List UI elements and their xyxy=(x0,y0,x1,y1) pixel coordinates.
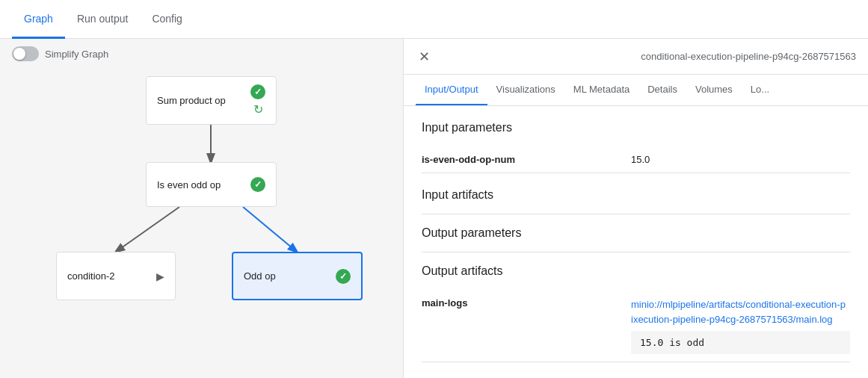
node-odd-op[interactable]: Odd op xyxy=(232,252,363,300)
is-even-odd-op-label: Is even odd op xyxy=(157,179,221,190)
output-artifacts-title: Output artifacts xyxy=(422,264,850,278)
condition-2-label: condition-2 xyxy=(67,270,115,282)
graph-canvas: Sum product op ↻ Is even odd op conditio… xyxy=(0,69,403,377)
tab-input-output[interactable]: Input/Output xyxy=(416,75,487,105)
output-parameters-title: Output parameters xyxy=(422,226,850,240)
artifact-key-main-logs: main-logs xyxy=(422,297,631,309)
tab-graph[interactable]: Graph xyxy=(12,0,65,39)
tab-details[interactable]: Details xyxy=(638,75,686,105)
node-sum-product-op[interactable]: Sum product op ↻ xyxy=(146,76,277,125)
right-tabs: Input/Output Visualizations ML Metadata … xyxy=(404,75,868,106)
right-panel: ✕ conditional-execution-pipeline-p94cg-2… xyxy=(404,39,868,378)
tab-details-label: Details xyxy=(647,84,677,95)
input-artifacts-divider xyxy=(422,214,850,214)
artifact-preview: 15.0 is odd xyxy=(631,331,850,354)
param-row-num: is-even-odd-op-num 15.0 xyxy=(422,146,850,173)
condition-2-icons: ▶ xyxy=(156,270,164,282)
input-parameters-title: Input parameters xyxy=(422,121,850,134)
simplify-toggle-row: Simplify Graph xyxy=(0,39,403,69)
tab-logs[interactable]: Lo... xyxy=(742,75,778,105)
svg-line-1 xyxy=(116,207,179,252)
tab-ml-metadata-label: ML Metadata xyxy=(573,84,630,95)
tab-visualizations[interactable]: Visualizations xyxy=(487,75,564,105)
tab-visualizations-label: Visualizations xyxy=(496,84,555,95)
top-nav: Graph Run output Config xyxy=(0,0,868,39)
tab-volumes[interactable]: Volumes xyxy=(686,75,742,105)
odd-op-icons xyxy=(336,269,351,284)
artifact-link-main-logs[interactable]: minio://mlpipeline/artifacts/conditional… xyxy=(631,297,850,326)
artifact-row-main-logs: main-logs minio://mlpipeline/artifacts/c… xyxy=(422,290,850,362)
tab-logs-label: Lo... xyxy=(751,84,769,95)
tab-config[interactable]: Config xyxy=(140,0,194,39)
sum-product-op-icons: ↻ xyxy=(250,84,265,117)
is-even-odd-op-icons xyxy=(250,177,265,192)
output-parameters-divider xyxy=(422,252,850,252)
simplify-graph-label: Simplify Graph xyxy=(45,49,108,60)
tab-input-output-label: Input/Output xyxy=(425,84,478,95)
odd-op-check-icon xyxy=(336,269,351,284)
close-button[interactable]: ✕ xyxy=(416,46,433,68)
artifact-link-text: minio://mlpipeline/artifacts/conditional… xyxy=(631,299,846,325)
node-is-even-odd-op[interactable]: Is even odd op xyxy=(146,162,277,207)
main-layout: Simplify Graph xyxy=(0,39,868,378)
condition-2-play-icon: ▶ xyxy=(156,270,164,282)
svg-line-2 xyxy=(243,207,297,252)
tab-config-label: Config xyxy=(152,13,182,25)
artifact-value-main-logs: minio://mlpipeline/artifacts/conditional… xyxy=(631,297,850,354)
sum-product-op-check-icon xyxy=(250,84,265,99)
tab-run-output-label: Run output xyxy=(77,13,129,25)
input-artifacts-title: Input artifacts xyxy=(422,188,850,202)
is-even-odd-op-check-icon xyxy=(250,177,265,192)
param-value-num: 15.0 xyxy=(631,154,650,165)
pipeline-title: conditional-execution-pipeline-p94cg-268… xyxy=(439,51,856,62)
right-header: ✕ conditional-execution-pipeline-p94cg-2… xyxy=(404,39,868,75)
param-key-num: is-even-odd-op-num xyxy=(422,154,631,165)
sum-product-op-refresh-icon: ↻ xyxy=(253,102,263,117)
tab-graph-label: Graph xyxy=(24,13,53,25)
close-icon: ✕ xyxy=(419,49,430,64)
node-condition-2[interactable]: condition-2 ▶ xyxy=(56,252,176,300)
tab-volumes-label: Volumes xyxy=(695,84,733,95)
tab-run-output[interactable]: Run output xyxy=(65,0,141,39)
sum-product-op-label: Sum product op xyxy=(157,95,226,106)
graph-panel: Simplify Graph xyxy=(0,39,404,378)
content-area: Input parameters is-even-odd-op-num 15.0… xyxy=(404,106,868,378)
odd-op-label: Odd op xyxy=(244,270,276,282)
simplify-graph-toggle[interactable] xyxy=(12,46,39,61)
tab-ml-metadata[interactable]: ML Metadata xyxy=(564,75,638,105)
